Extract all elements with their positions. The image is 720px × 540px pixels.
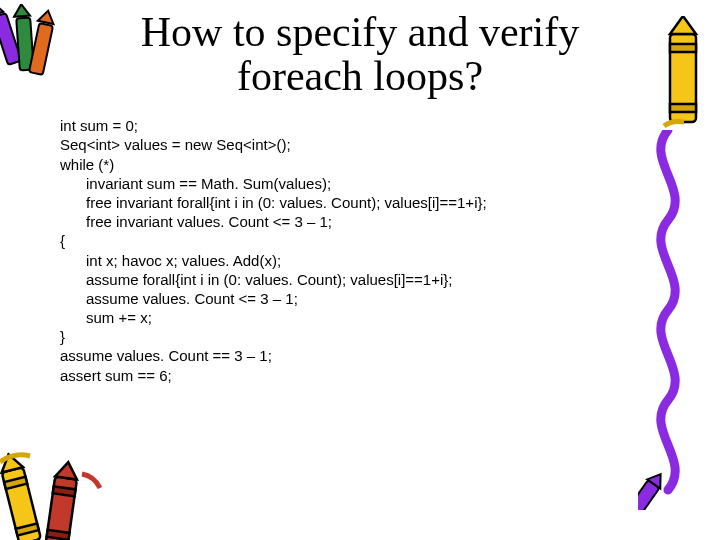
slide: How to specify and verify foreach loops?… [0, 10, 720, 540]
code-line: assume forall{int i in (0: values. Count… [60, 270, 452, 289]
svg-rect-18 [47, 530, 70, 540]
crayon-pair-icon [0, 444, 114, 540]
svg-rect-7 [670, 44, 696, 52]
code-line: sum += x; [60, 308, 152, 327]
code-line: { [60, 232, 65, 249]
code-line: int sum = 0; [60, 117, 138, 134]
code-line: assume values. Count <= 3 – 1; [60, 289, 298, 308]
code-line: invariant sum == Math. Sum(values); [60, 174, 331, 193]
code-line: int x; havoc x; values. Add(x); [60, 251, 281, 270]
slide-title: How to specify and verify foreach loops? [40, 10, 680, 98]
code-line: free invariant forall{int i in (0: value… [60, 193, 487, 212]
code-line: assume values. Count == 3 – 1; [60, 347, 272, 364]
code-block: int sum = 0; Seq<int> values = new Seq<i… [60, 116, 720, 385]
svg-marker-9 [670, 16, 696, 34]
code-line: while (*) [60, 156, 114, 173]
svg-marker-19 [55, 461, 79, 480]
title-line-1: How to specify and verify [141, 9, 580, 55]
code-line: Seq<int> values = new Seq<int>(); [60, 136, 291, 153]
crayon-cluster-icon [0, 4, 72, 94]
code-line: } [60, 328, 65, 345]
svg-marker-5 [38, 9, 56, 24]
svg-rect-8 [670, 104, 696, 112]
svg-marker-3 [13, 4, 30, 17]
purple-squiggle-icon [638, 130, 698, 510]
title-line-2: foreach loops? [237, 53, 483, 99]
code-line: assert sum == 6; [60, 367, 172, 384]
svg-rect-17 [53, 486, 76, 496]
crayon-yellow-icon [646, 16, 716, 136]
code-line: free invariant values. Count <= 3 – 1; [60, 212, 332, 231]
